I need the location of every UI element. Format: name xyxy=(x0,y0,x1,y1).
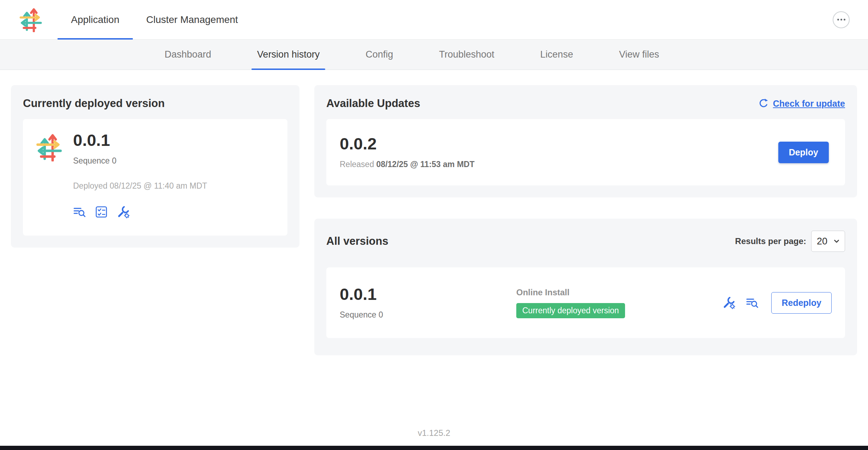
subnav-item-view-files[interactable]: View files xyxy=(613,40,665,70)
more-menu-button[interactable] xyxy=(833,11,850,28)
preflight-checks-icon[interactable] xyxy=(95,206,108,218)
subnav-item-version-history-label: Version history xyxy=(257,49,320,60)
release-notes-icon[interactable] xyxy=(73,206,86,218)
update-released-line: Released 08/12/25 @ 11:53 am MDT xyxy=(340,160,475,169)
subnav-item-config-label: Config xyxy=(365,49,393,60)
subnav-item-view-files-label: View files xyxy=(619,49,659,60)
update-row: 0.0.2 Released 08/12/25 @ 11:53 am MDT D… xyxy=(326,119,845,185)
check-for-update-link[interactable]: Check for update xyxy=(758,98,845,109)
app-logo xyxy=(18,0,43,39)
subnav-item-license-label: License xyxy=(540,49,573,60)
update-info: 0.0.2 Released 08/12/25 @ 11:53 am MDT xyxy=(340,135,475,169)
available-updates-title: Available Updates xyxy=(326,97,420,110)
console-version: v1.125.2 xyxy=(0,428,868,438)
deploy-button[interactable]: Deploy xyxy=(778,142,829,163)
top-tabs: Application Cluster Management xyxy=(58,0,251,39)
app-logo-icon xyxy=(18,7,43,32)
all-versions-card: All versions Results per page: 20 0.0.1 … xyxy=(314,219,857,355)
check-for-update-label: Check for update xyxy=(773,99,845,109)
version-row-info: 0.0.1 Sequence 0 xyxy=(340,286,516,320)
tab-cluster-management[interactable]: Cluster Management xyxy=(133,0,251,39)
row-version-number: 0.0.1 xyxy=(340,286,516,302)
ellipsis-icon xyxy=(837,19,845,20)
deployed-version-info: 0.0.1 Sequence 0 Deployed 08/12/25 @ 11:… xyxy=(73,132,207,218)
subnav-item-troubleshoot-label: Troubleshoot xyxy=(439,49,494,60)
edit-config-icon[interactable] xyxy=(117,206,130,218)
all-versions-title: All versions xyxy=(326,235,388,248)
subnav-item-version-history[interactable]: Version history xyxy=(251,40,325,70)
row-sequence: Sequence 0 xyxy=(340,310,516,320)
deployed-actions xyxy=(73,206,207,218)
available-updates-header: Available Updates Check for update xyxy=(326,97,845,110)
subnav-item-dashboard-label: Dashboard xyxy=(165,49,211,60)
currently-deployed-version-panel: 0.0.1 Sequence 0 Deployed 08/12/25 @ 11:… xyxy=(23,119,287,236)
deployed-sequence: Sequence 0 xyxy=(73,156,207,166)
results-per-page-label: Results per page: xyxy=(735,236,806,246)
redeploy-button[interactable]: Redeploy xyxy=(771,292,832,314)
subnav-item-dashboard[interactable]: Dashboard xyxy=(159,40,217,70)
currently-deployed-badge: Currently deployed version xyxy=(516,303,625,318)
all-versions-header: All versions Results per page: 20 xyxy=(326,231,845,252)
app-logo-icon xyxy=(35,133,63,161)
released-timestamp: 08/12/25 @ 11:53 am MDT xyxy=(376,160,475,169)
update-version-number: 0.0.2 xyxy=(340,135,475,152)
subnav-item-license[interactable]: License xyxy=(535,40,579,70)
tab-application[interactable]: Application xyxy=(58,0,133,39)
edit-config-icon[interactable] xyxy=(723,296,735,309)
right-column: Available Updates Check for update 0.0.2… xyxy=(314,85,857,355)
subnav-item-troubleshoot[interactable]: Troubleshoot xyxy=(433,40,500,70)
main-content: Currently deployed version 0.0.1 Sequenc… xyxy=(0,70,868,355)
available-updates-card: Available Updates Check for update 0.0.2… xyxy=(314,85,857,197)
version-row: 0.0.1 Sequence 0 Online Install Currentl… xyxy=(326,267,845,338)
install-type-label: Online Install xyxy=(516,288,570,297)
tab-application-label: Application xyxy=(71,14,119,25)
currently-deployed-title: Currently deployed version xyxy=(23,97,287,110)
bottom-bar xyxy=(0,446,868,450)
subnav-item-config[interactable]: Config xyxy=(360,40,399,70)
version-row-actions: Redeploy xyxy=(723,292,832,314)
results-per-page-select[interactable]: 20 xyxy=(811,231,845,252)
currently-deployed-card: Currently deployed version 0.0.1 Sequenc… xyxy=(11,85,299,248)
results-per-page-value: 20 xyxy=(817,236,827,247)
release-notes-icon[interactable] xyxy=(746,296,759,309)
tab-cluster-management-label: Cluster Management xyxy=(146,14,238,25)
results-per-page: Results per page: 20 xyxy=(735,231,845,252)
chevron-down-icon xyxy=(833,237,840,245)
version-row-status: Online Install Currently deployed versio… xyxy=(516,288,625,318)
deployed-timestamp: Deployed 08/12/25 @ 11:40 am MDT xyxy=(73,181,207,191)
refresh-icon xyxy=(758,98,769,109)
deployed-version-number: 0.0.1 xyxy=(73,132,207,148)
released-label: Released xyxy=(340,160,374,169)
app-subnav: Dashboard Version history Config Trouble… xyxy=(0,40,868,70)
top-navbar: Application Cluster Management xyxy=(0,0,868,40)
